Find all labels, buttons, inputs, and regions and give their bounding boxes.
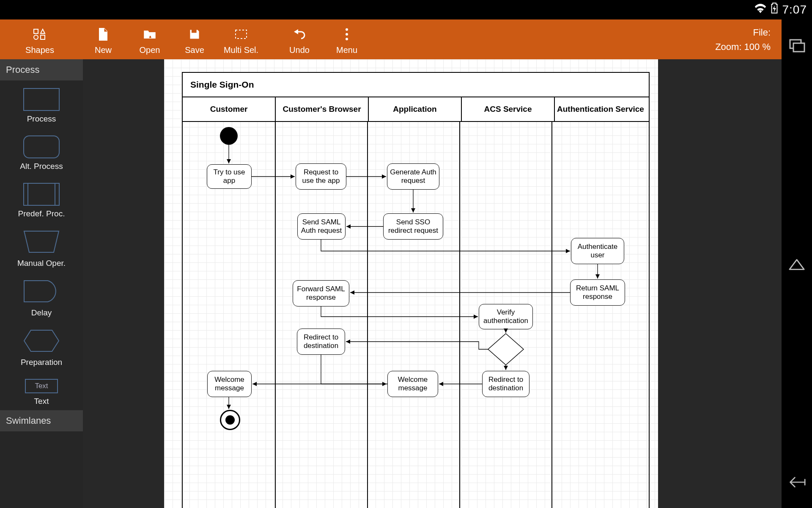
lane-customer[interactable]: Customer [183, 97, 276, 121]
shape-altprocess-label: Alt. Process [20, 162, 63, 171]
save-button[interactable]: Save [172, 19, 217, 59]
node-try-use[interactable]: Try to use app [207, 164, 252, 189]
shape-delay[interactable]: Delay [0, 272, 83, 322]
shape-prep-label: Preparation [21, 358, 62, 367]
shape-process-icon [23, 88, 60, 111]
android-nav-bar [782, 19, 812, 508]
shapes-button[interactable]: Shapes [17, 19, 63, 59]
file-indicator: File: [715, 25, 771, 40]
section-process[interactable]: Process [0, 59, 83, 80]
shape-text-icon: Text [25, 379, 58, 393]
shape-preparation[interactable]: Preparation [0, 322, 83, 371]
svg-rect-13 [793, 43, 804, 52]
recents-icon[interactable] [788, 36, 806, 54]
shape-manual-label: Manual Oper. [17, 259, 66, 268]
node-welcome-cust[interactable]: Welcome message [207, 371, 252, 397]
new-label: New [95, 45, 112, 55]
start-node[interactable] [220, 127, 238, 145]
shape-predef-label: Predef. Proc. [18, 209, 65, 218]
lane-auth[interactable]: Authentication Service [555, 97, 646, 121]
svg-point-9 [346, 28, 348, 31]
end-node[interactable] [220, 410, 240, 430]
lane-body: Try to use app Request to use the app Ge… [183, 121, 649, 508]
section-swimlanes[interactable]: Swimlanes [0, 410, 83, 431]
shape-manual-icon [23, 230, 60, 255]
node-return-saml[interactable]: Return SAML response [570, 279, 625, 306]
node-redir-acs[interactable]: Redirect to destination [482, 371, 529, 397]
shape-process-label: Process [27, 114, 56, 124]
swimlane-pool[interactable]: Single Sign-On Customer Customer's Brows… [182, 72, 650, 508]
menu-button[interactable]: Menu [324, 19, 370, 59]
svg-marker-2 [41, 29, 45, 33]
save-icon [189, 28, 200, 43]
multi-select-button[interactable]: Multi Sel. [218, 19, 264, 59]
save-label: Save [185, 45, 204, 55]
file-new-icon [98, 28, 109, 43]
lane-acs[interactable]: ACS Service [462, 97, 555, 121]
marquee-icon [235, 28, 247, 43]
svg-marker-16 [488, 334, 524, 365]
menu-label: Menu [336, 45, 357, 55]
back-icon[interactable] [788, 473, 806, 491]
node-gen-auth[interactable]: Generate Auth request [387, 163, 439, 190]
shape-process[interactable]: Process [0, 80, 83, 128]
lane-application[interactable]: Application [369, 97, 462, 121]
svg-marker-15 [24, 330, 59, 351]
lane-headers: Customer Customer's Browser Application … [183, 97, 649, 122]
new-button[interactable]: New [80, 19, 126, 59]
shape-alt-process[interactable]: Alt. Process [0, 128, 83, 175]
node-send-saml[interactable]: Send SAML Auth request [297, 213, 346, 240]
undo-label: Undo [289, 45, 310, 55]
svg-point-10 [346, 33, 348, 36]
node-verify[interactable]: Verify authentication [479, 304, 533, 329]
zoom-indicator[interactable]: Zoom: 100 % [715, 40, 771, 54]
undo-button[interactable]: Undo [277, 19, 322, 59]
svg-rect-1 [34, 29, 38, 33]
svg-marker-14 [24, 231, 59, 252]
undo-icon [293, 28, 306, 43]
shape-predef-icon [23, 183, 60, 206]
pool-title[interactable]: Single Sign-On [183, 73, 649, 97]
node-welcome-app[interactable]: Welcome message [387, 371, 438, 397]
shape-delay-icon [23, 280, 60, 305]
shape-text-label: Text [34, 397, 49, 406]
multisel-label: Multi Sel. [224, 45, 258, 55]
node-request-app[interactable]: Request to use the app [296, 163, 346, 190]
status-clock: 7:07 [782, 3, 807, 17]
diagram-canvas[interactable]: Single Sign-On Customer Customer's Brows… [83, 59, 782, 508]
svg-rect-7 [236, 30, 247, 39]
open-button[interactable]: Open [127, 19, 173, 59]
node-forward-saml[interactable]: Forward SAML response [293, 280, 349, 306]
shape-prep-icon [23, 329, 60, 354]
app-toolbar: Shapes New Open Save Multi Sel. Undo Men… [0, 19, 782, 59]
wifi-icon [754, 3, 766, 16]
shape-predef-proc[interactable]: Predef. Proc. [0, 175, 83, 223]
battery-icon [771, 3, 778, 17]
decision-node[interactable] [487, 333, 524, 366]
shape-text[interactable]: Text Text [0, 371, 83, 410]
shape-delay-label: Delay [31, 308, 52, 318]
home-icon[interactable] [788, 255, 806, 273]
folder-open-icon [143, 28, 156, 43]
svg-point-3 [34, 35, 38, 39]
overflow-icon [345, 28, 349, 43]
svg-marker-8 [294, 29, 298, 34]
svg-point-11 [346, 38, 348, 40]
shapes-panel: Process Process Alt. Process Predef. Pro… [0, 59, 83, 508]
shapes-label: Shapes [25, 45, 54, 55]
svg-marker-0 [773, 6, 776, 13]
lane-browser[interactable]: Customer's Browser [276, 97, 369, 121]
android-status-bar: 7:07 [0, 0, 812, 19]
diagram-paper[interactable]: Single Sign-On Customer Customer's Brows… [164, 59, 658, 508]
node-redir-browser[interactable]: Redirect to destination [297, 329, 345, 355]
open-label: Open [140, 45, 160, 55]
svg-rect-4 [41, 35, 45, 39]
node-auth-user[interactable]: Authenticate user [571, 238, 624, 264]
shape-altprocess-icon [23, 135, 60, 158]
shape-manual-oper[interactable]: Manual Oper. [0, 223, 83, 272]
shapes-icon [33, 28, 46, 43]
node-send-sso[interactable]: Send SSO redirect request [383, 213, 443, 240]
